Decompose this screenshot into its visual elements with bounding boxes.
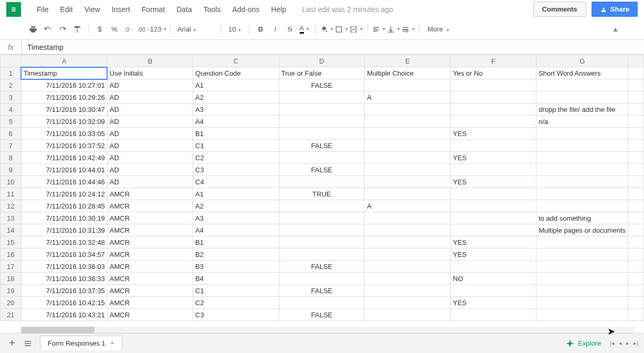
cell-B10[interactable]: AD (107, 176, 193, 188)
cell-B20[interactable]: AMCR (107, 297, 193, 309)
cell-E3[interactable]: A (365, 91, 451, 103)
cell-F10[interactable]: YES (451, 176, 536, 188)
cell-extra-8[interactable] (628, 152, 644, 164)
undo-icon[interactable] (41, 23, 55, 36)
cell-extra-20[interactable] (628, 297, 644, 309)
row-header-14[interactable]: 14 (1, 224, 22, 236)
cell-B7[interactable]: AD (107, 140, 193, 152)
cell-extra-5[interactable] (628, 116, 644, 128)
fill-color-button[interactable]: ▼ (320, 23, 334, 36)
cell-D6[interactable] (279, 128, 365, 140)
cell-G7[interactable] (536, 140, 628, 152)
cell-G15[interactable] (536, 236, 628, 248)
cell-G12[interactable] (536, 200, 628, 212)
menu-edit[interactable]: Edit (55, 3, 78, 16)
cell-C11[interactable]: A1 (193, 188, 279, 200)
cell-E7[interactable] (365, 140, 451, 152)
cell-E8[interactable] (365, 152, 451, 164)
cell-G16[interactable] (536, 248, 628, 261)
menu-help[interactable]: Help (266, 3, 292, 16)
cell-C12[interactable]: A2 (193, 200, 279, 212)
cell-D12[interactable] (279, 200, 365, 212)
text-color-button[interactable]: A▼ (298, 23, 311, 36)
more-button[interactable]: More ▼ (424, 25, 453, 33)
cell-C19[interactable]: C1 (193, 285, 279, 297)
number-format-button[interactable]: 123▼ (152, 23, 165, 36)
cell-C9[interactable]: C3 (193, 164, 279, 176)
cell-B11[interactable]: AMCR (107, 188, 193, 200)
row-header-11[interactable]: 11 (1, 188, 22, 200)
sheets-logo[interactable] (6, 2, 21, 17)
row-header-7[interactable]: 7 (1, 140, 22, 152)
cell-E17[interactable] (365, 261, 451, 273)
cell-A5[interactable]: 7/11/2016 10:32:09 (21, 116, 107, 128)
cell-D20[interactable] (279, 297, 365, 309)
cell-E6[interactable] (365, 128, 451, 140)
cell-G10[interactable] (536, 176, 628, 188)
cell-A2[interactable]: 7/11/2016 10:27:01 (21, 79, 107, 91)
collapse-toolbar-icon[interactable]: ▲ (608, 23, 623, 35)
cell-extra-18[interactable] (628, 273, 644, 285)
cell-G21[interactable] (536, 309, 628, 321)
cell-C20[interactable]: C2 (193, 297, 279, 309)
row-header-9[interactable]: 9 (1, 164, 22, 176)
cell-B8[interactable]: AD (107, 152, 193, 164)
cell-G9[interactable] (536, 164, 628, 176)
row-header-4[interactable]: 4 (1, 103, 22, 116)
cell-C13[interactable]: A3 (193, 212, 279, 224)
cell-A15[interactable]: 7/11/2016 10:32:48 (21, 236, 107, 248)
cell-D21[interactable]: FALSE (279, 309, 365, 321)
cell-D1[interactable]: True or False (279, 67, 365, 79)
cell-F19[interactable] (451, 285, 536, 297)
row-header-10[interactable]: 10 (1, 176, 22, 188)
row-header-13[interactable]: 13 (1, 212, 22, 224)
cell-B14[interactable]: AMCR (107, 224, 193, 236)
cell-B1[interactable]: Use Initials (107, 67, 193, 79)
cell-G4[interactable]: dropp the file/ add the file (536, 103, 628, 116)
cell-B16[interactable]: AMCR (107, 248, 193, 261)
cell-extra-9[interactable] (628, 164, 644, 176)
row-header-1[interactable]: 1 (1, 67, 22, 79)
column-header-extra[interactable] (628, 55, 644, 67)
cell-A8[interactable]: 7/11/2016 10:42:49 (21, 152, 107, 164)
redo-icon[interactable] (56, 23, 69, 36)
cell-extra-3[interactable] (628, 91, 644, 103)
menu-insert[interactable]: Insert (107, 3, 135, 16)
column-header-B[interactable]: B (107, 55, 193, 67)
row-header-3[interactable]: 3 (1, 91, 22, 103)
chevron-down-icon[interactable]: ▼ (110, 341, 114, 346)
cell-F5[interactable] (451, 116, 536, 128)
cell-F15[interactable]: YES (451, 236, 536, 248)
cell-D2[interactable]: FALSE (279, 79, 365, 91)
cell-E18[interactable] (365, 273, 451, 285)
column-header-A[interactable]: A (21, 55, 107, 67)
text-wrap-button[interactable]: ▼ (402, 23, 415, 36)
cell-G3[interactable] (536, 91, 628, 103)
cell-C1[interactable]: Question Code (193, 67, 279, 79)
cell-C8[interactable]: C2 (193, 152, 279, 164)
print-icon[interactable] (26, 23, 40, 36)
cell-G20[interactable] (536, 297, 628, 309)
cell-C21[interactable]: C3 (193, 309, 279, 321)
cell-E2[interactable] (365, 79, 451, 91)
cell-G8[interactable] (536, 152, 628, 164)
row-header-2[interactable]: 2 (1, 79, 22, 91)
tab-scroll-last[interactable]: ▸| (632, 339, 640, 348)
comments-button[interactable]: Comments (533, 2, 586, 17)
cell-G18[interactable] (536, 273, 628, 285)
cell-F6[interactable]: YES (451, 128, 536, 140)
cell-extra-17[interactable] (628, 261, 644, 273)
cell-E15[interactable] (365, 236, 451, 248)
cell-F3[interactable] (451, 91, 536, 103)
cell-B6[interactable]: AD (107, 128, 193, 140)
cell-extra-16[interactable] (628, 248, 644, 261)
row-header-16[interactable]: 16 (1, 248, 22, 261)
cell-E11[interactable] (365, 188, 451, 200)
cell-extra-4[interactable] (628, 103, 644, 116)
cell-C15[interactable]: B1 (193, 236, 279, 248)
italic-button[interactable]: I (268, 23, 282, 36)
cell-A13[interactable]: 7/11/2016 10:30:19 (21, 212, 107, 224)
cell-G5[interactable]: n/a (536, 116, 628, 128)
tab-scroll-prev[interactable]: ◂ (617, 339, 624, 348)
cell-C16[interactable]: B2 (193, 248, 279, 261)
